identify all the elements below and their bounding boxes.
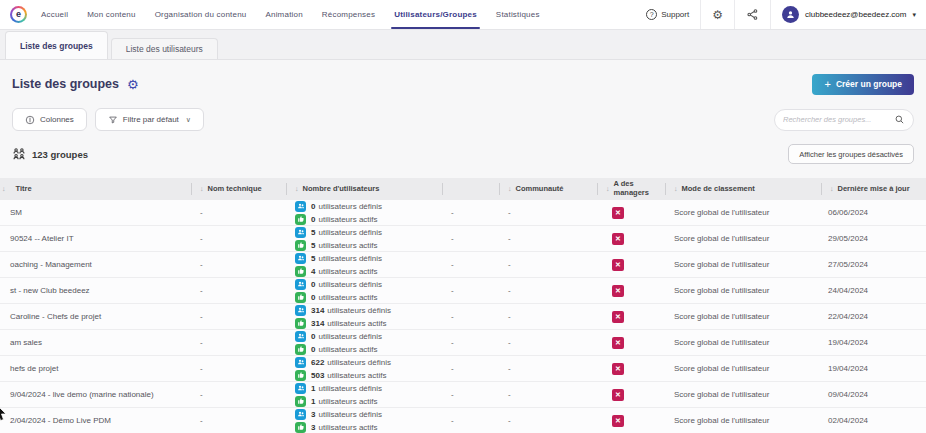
cell-extra: -	[443, 252, 500, 277]
communaute-value: -	[508, 338, 511, 347]
users-active-count: 503	[311, 371, 324, 380]
column-header[interactable]: ↓ Nombre d'utilisateurs	[287, 178, 443, 200]
tab-liste-des-utilisateurs[interactable]: Liste des utilisateurs	[111, 38, 218, 59]
users-active-count: 0	[311, 293, 315, 302]
gear-icon: ⚙	[712, 9, 723, 21]
cell-a-des-managers: ✕	[598, 226, 666, 251]
users-defined-line: 5 utilisateurs définis	[295, 227, 382, 238]
filter-button[interactable]: Filtre par défaut ∨	[95, 108, 204, 131]
navbar-right: ? Support ⚙ clubbeedeez@beedeez.com ▾	[646, 0, 916, 29]
search-input[interactable]	[783, 115, 894, 124]
column-header[interactable]: ↓ Communauté	[500, 178, 598, 200]
users-defined-icon	[295, 227, 306, 238]
cell-communaute: -	[500, 356, 598, 381]
cell-derniere-mise-a-jour: 24/04/2024	[822, 278, 926, 303]
sort-icon[interactable]: ↓	[830, 185, 834, 193]
sort-icon[interactable]: ↓	[674, 185, 678, 193]
table-row[interactable]: hefs de projet - 622 utilisateurs défini…	[0, 356, 926, 382]
nav-item-mon-contenu[interactable]: Mon contenu	[87, 0, 135, 29]
cell-extra: -	[443, 408, 500, 433]
cell-nom-technique: -	[192, 252, 287, 277]
table-row[interactable]: 90524 -- Atelier IT - 5 utilisateurs déf…	[0, 226, 926, 252]
nav-item-r-compenses[interactable]: Récompenses	[322, 0, 375, 29]
cell-title: 2/04/2024 - Démo Live PDM	[0, 408, 192, 433]
page-title: Liste des groupes	[12, 77, 119, 91]
navbar-divider	[770, 0, 771, 29]
table-row[interactable]: SM - 0 utilisateurs définis 0 utilisateu…	[0, 200, 926, 226]
column-header[interactable]: ↓	[443, 178, 500, 200]
ranking-value: Score global de l'utilisateur	[674, 338, 769, 347]
columns-button[interactable]: Colonnes	[12, 108, 87, 131]
table-row[interactable]: Caroline - Chefs de projet - 314 utilisa…	[0, 304, 926, 330]
org-chart-button[interactable]	[746, 0, 759, 29]
sort-icon[interactable]: ↓	[295, 185, 299, 193]
users-active-label: utilisateurs actifs	[327, 371, 386, 380]
nav-item-label: Animation	[265, 10, 302, 19]
table-row[interactable]: 9/04/2024 - live demo (marine nationale)…	[0, 382, 926, 408]
users-defined-line: 622 utilisateurs définis	[295, 357, 391, 368]
account-menu[interactable]: clubbeedeez@beedeez.com ▾	[782, 0, 916, 29]
nom-technique-value: -	[200, 260, 203, 269]
users-defined-label: utilisateurs définis	[318, 254, 382, 263]
nav-item-label: Statistiques	[496, 10, 540, 19]
updated-value: 02/04/2024	[828, 416, 868, 425]
navbar-divider	[700, 0, 701, 29]
table-row[interactable]: st - new Club beedeez - 0 utilisateurs d…	[0, 278, 926, 304]
cell-nombre-utilisateurs: 0 utilisateurs définis 0 utilisateurs ac…	[287, 330, 443, 355]
users-defined-label: utilisateurs définis	[318, 280, 382, 289]
group-title: Caroline - Chefs de projet	[10, 312, 101, 321]
table-row[interactable]: am sales - 0 utilisateurs définis 0 util…	[0, 330, 926, 356]
support-button[interactable]: ? Support	[646, 0, 689, 29]
extra-value: -	[451, 338, 454, 347]
users-defined-count: 0	[311, 280, 315, 289]
sort-icon[interactable]: ↓	[2, 185, 6, 193]
cell-nombre-utilisateurs: 5 utilisateurs définis 5 utilisateurs ac…	[287, 226, 443, 251]
cell-nom-technique: -	[192, 382, 287, 407]
users-active-label: utilisateurs actifs	[318, 293, 377, 302]
no-managers-icon: ✕	[612, 311, 624, 323]
cell-mode-classement: Score global de l'utilisateur	[666, 408, 822, 433]
cell-a-des-managers: ✕	[598, 200, 666, 225]
extra-value: -	[451, 416, 454, 425]
group-title: oaching - Management	[10, 260, 92, 269]
nav-item-organisation-du-contenu[interactable]: Organisation du contenu	[155, 0, 247, 29]
column-header[interactable]: ↓ Titre	[0, 178, 192, 200]
table-body: SM - 0 utilisateurs définis 0 utilisateu…	[0, 200, 926, 433]
cell-nombre-utilisateurs: 1 utilisateurs définis 1 utilisateurs ac…	[287, 382, 443, 407]
column-header[interactable]: ↓ Mode de classement	[666, 178, 822, 200]
show-disabled-groups-button[interactable]: Afficher les groupes désactivés	[788, 144, 914, 164]
create-group-button[interactable]: + Créer un groupe	[812, 74, 914, 95]
nav-item-animation[interactable]: Animation	[265, 0, 302, 29]
column-header[interactable]: ↓ Nom technique	[192, 178, 287, 200]
users-defined-count: 3	[311, 410, 315, 419]
tab-label: Liste des utilisateurs	[126, 44, 203, 54]
users-defined-count: 0	[311, 202, 315, 211]
sort-icon[interactable]: ↓	[508, 185, 512, 193]
cell-communaute: -	[500, 382, 598, 407]
settings-button[interactable]: ⚙	[712, 0, 723, 29]
tab-liste-des-groupes[interactable]: Liste des groupes	[5, 31, 108, 59]
nom-technique-value: -	[200, 390, 203, 399]
table-row[interactable]: oaching - Management - 5 utilisateurs dé…	[0, 252, 926, 278]
cell-mode-classement: Score global de l'utilisateur	[666, 252, 822, 277]
communaute-value: -	[508, 234, 511, 243]
page-settings-gear-icon[interactable]: ⚙	[127, 78, 139, 91]
users-defined-line: 0 utilisateurs définis	[295, 331, 382, 342]
column-header[interactable]: ↓ A des managers	[598, 178, 666, 200]
sort-icon[interactable]: ↓	[606, 185, 610, 193]
nav-item-accueil[interactable]: Accueil	[41, 0, 68, 29]
ranking-value: Score global de l'utilisateur	[674, 260, 769, 269]
group-title: 2/04/2024 - Démo Live PDM	[10, 416, 111, 425]
column-header[interactable]: ↓ Dernière mise à jour	[822, 178, 926, 200]
beedeez-logo[interactable]: e	[10, 0, 27, 29]
nav-item-statistiques[interactable]: Statistiques	[496, 0, 540, 29]
nav-item-utilisateurs-groupes[interactable]: Utilisateurs/Groupes	[394, 0, 477, 29]
cell-communaute: -	[500, 278, 598, 303]
updated-value: 19/04/2024	[828, 338, 868, 347]
sort-icon[interactable]: ↓	[200, 185, 204, 193]
table-row[interactable]: 2/04/2024 - Démo Live PDM - 3 utilisateu…	[0, 408, 926, 433]
communaute-value: -	[508, 260, 511, 269]
search-icon[interactable]	[894, 114, 905, 125]
no-managers-icon: ✕	[612, 415, 624, 427]
users-active-line: 0 utilisateurs actifs	[295, 214, 378, 225]
